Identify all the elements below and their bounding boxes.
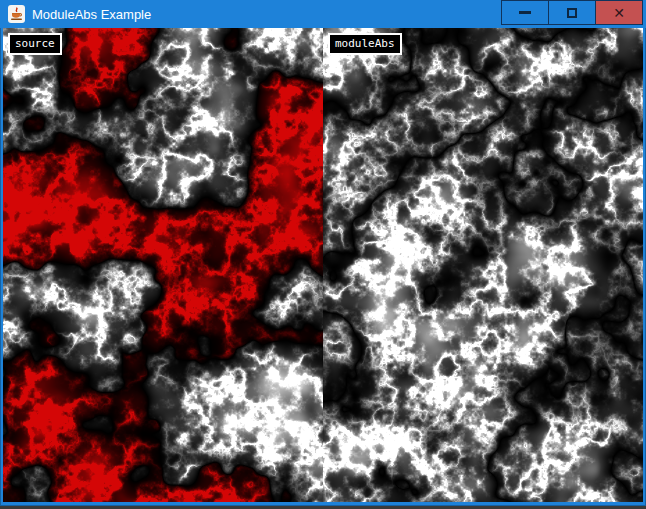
moduleabs-label: moduleAbs	[328, 33, 402, 55]
java-coffee-cup-icon	[8, 5, 25, 23]
window-title: ModuleAbs Example	[32, 7, 151, 22]
minimize-icon	[519, 11, 531, 14]
maximize-icon	[567, 8, 577, 18]
window-controls: ✕	[502, 0, 643, 25]
close-icon: ✕	[613, 6, 625, 20]
moduleabs-noise-canvas	[323, 28, 643, 502]
app-window: ModuleAbs Example ✕ source moduleAbs	[0, 0, 646, 506]
panel-moduleabs: moduleAbs	[323, 28, 643, 502]
panel-source: source	[3, 28, 323, 502]
maximize-button[interactable]	[548, 0, 596, 25]
minimize-button[interactable]	[501, 0, 549, 25]
render-area: source moduleAbs	[3, 28, 643, 502]
close-button[interactable]: ✕	[595, 0, 643, 25]
titlebar[interactable]: ModuleAbs Example ✕	[0, 0, 646, 28]
source-noise-canvas	[3, 28, 323, 502]
source-label: source	[8, 33, 62, 55]
